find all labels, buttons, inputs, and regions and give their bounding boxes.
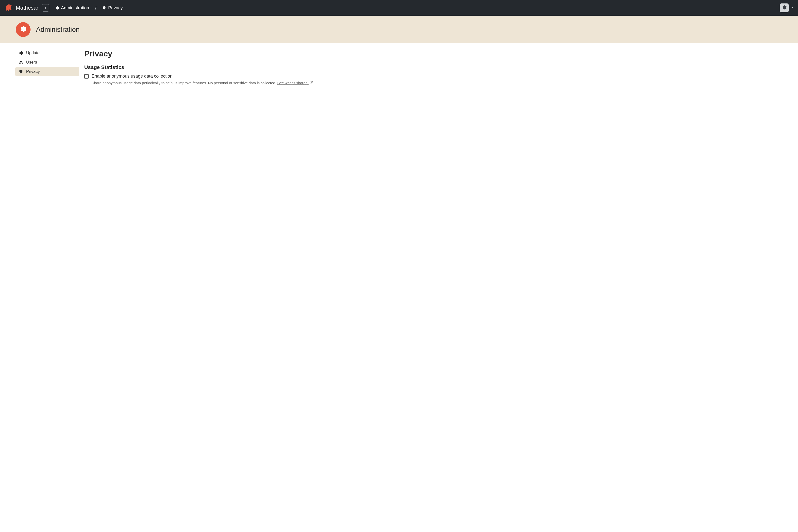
sidebar-item-label: Update [26,51,40,55]
app-name: Mathesar [16,5,38,11]
analytics-checkbox-row[interactable]: Enable anonymous usage data collection [84,74,788,79]
settings-menu[interactable] [780,3,794,12]
main-content: Privacy Usage Statistics Enable anonymou… [84,48,798,86]
sidebar-item-privacy[interactable]: Privacy [15,67,79,76]
shield-icon [19,70,23,74]
shield-icon [102,6,106,10]
settings-button [780,3,788,12]
chevron-down-icon [791,6,794,10]
breadcrumb-expand-button[interactable] [42,4,49,12]
breadcrumbs: Administration / Privacy [54,4,125,12]
breadcrumb-admin-label: Administration [61,5,89,11]
gear-icon [19,51,23,55]
external-link-icon [309,80,313,86]
breadcrumb-administration[interactable]: Administration [54,4,91,12]
gear-icon [55,6,59,10]
sidebar-item-label: Privacy [26,69,40,74]
topbar: Mathesar Administration / Privacy [0,0,798,16]
help-text: Share anonymous usage data periodically … [92,80,788,86]
sidebar-item-label: Users [26,60,37,65]
breadcrumb-separator: / [91,5,101,11]
sidebar-item-users[interactable]: Users [15,58,79,67]
breadcrumb-privacy-label: Privacy [108,5,123,11]
page-title: Administration [36,25,79,34]
header-icon [16,22,31,37]
app-logo[interactable]: Mathesar [4,3,38,12]
help-text-body: Share anonymous usage data periodically … [92,81,277,85]
see-whats-shared-link[interactable]: See what's shared. [277,80,313,86]
checkbox-label: Enable anonymous usage data collection [92,74,172,79]
help-link-label: See what's shared. [277,80,309,86]
main-title: Privacy [84,49,788,58]
sidebar: Update Users Privacy [10,48,79,86]
breadcrumb-privacy[interactable]: Privacy [101,4,124,12]
sidebar-item-update[interactable]: Update [15,48,79,58]
page-header: Administration [0,16,798,43]
users-icon [19,60,23,64]
gear-icon [20,25,26,34]
checkbox-icon [84,74,89,79]
section-title: Usage Statistics [84,64,788,70]
elephant-logo-icon [4,3,13,12]
gear-icon [782,5,787,11]
svg-line-0 [311,81,312,83]
